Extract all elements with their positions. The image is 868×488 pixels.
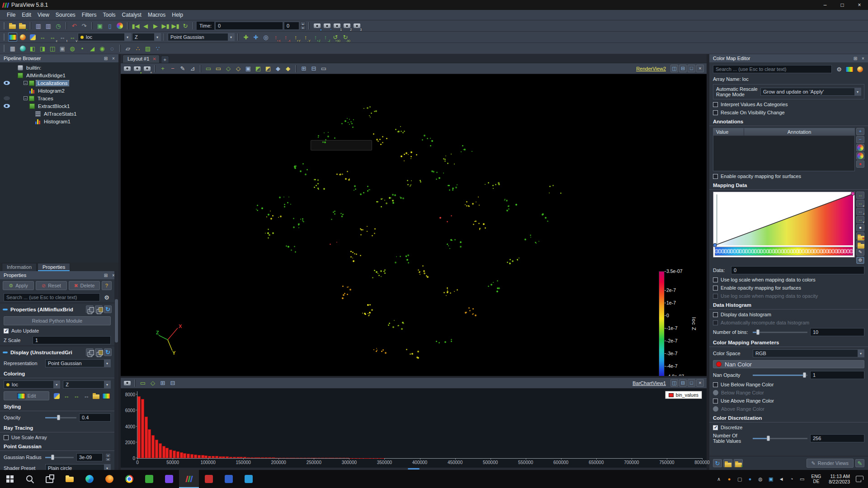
- point-source-icon[interactable]: •: [78, 44, 87, 53]
- rescale-visibility-checkbox[interactable]: [713, 110, 718, 115]
- tray-app-4-icon[interactable]: ◍: [757, 476, 764, 482]
- undock-icon[interactable]: ⊞: [852, 55, 859, 61]
- red-app-icon[interactable]: [199, 470, 219, 488]
- menu-tools[interactable]: Tools: [100, 10, 119, 19]
- minimize-button[interactable]: –: [816, 0, 834, 10]
- delete-button[interactable]: ✖Delete: [69, 281, 100, 290]
- chrome-icon[interactable]: [119, 470, 139, 488]
- interactive-select-points-icon[interactable]: ◩: [264, 64, 273, 73]
- notification-center-icon[interactable]: [856, 476, 863, 482]
- redo-icon[interactable]: ↷: [80, 21, 89, 30]
- zoom-to-box-icon[interactable]: ◎: [261, 33, 270, 42]
- tray-app-2-icon[interactable]: ▢: [736, 476, 743, 482]
- help-button[interactable]: ?: [102, 281, 112, 290]
- close-view-button[interactable]: ×: [696, 379, 704, 387]
- render-once-icon[interactable]: ✎: [855, 459, 864, 467]
- split-vertical-button[interactable]: ⊟: [679, 379, 687, 387]
- settings-gear-icon[interactable]: ⚙: [103, 293, 111, 301]
- shader-preset-dropdown[interactable]: Plain circle▾: [45, 464, 111, 470]
- remove-all-annotations-icon[interactable]: ●: [856, 160, 864, 168]
- expander-icon[interactable]: –: [24, 81, 28, 85]
- opacity-input[interactable]: [79, 413, 111, 422]
- chart-shrink-selection-icon[interactable]: ⊟: [168, 379, 177, 388]
- undock-icon[interactable]: ⊞: [103, 55, 109, 61]
- coloring-component-combo[interactable]: Z▾: [63, 380, 111, 389]
- paraview-icon[interactable]: [179, 470, 199, 488]
- tray-app-3-icon[interactable]: ●: [747, 476, 754, 482]
- render-views-button[interactable]: ✎Render Views: [807, 459, 854, 468]
- remove-annotation-icon[interactable]: −: [856, 136, 864, 143]
- visibility-eye-icon[interactable]: [4, 81, 10, 85]
- view-plus-y-icon[interactable]: ↑+Y: [291, 33, 300, 42]
- edit-values-icon[interactable]: ✎: [856, 249, 864, 256]
- reset-button[interactable]: ⊘Reset: [36, 281, 67, 290]
- select-surface-cells-icon[interactable]: ▭: [204, 64, 213, 73]
- contour-icon[interactable]: [18, 44, 27, 53]
- view-plus-x-icon[interactable]: ↑+X: [271, 33, 280, 42]
- collapse-icon[interactable]: [3, 352, 8, 353]
- zoom-in-icon[interactable]: +: [158, 64, 167, 73]
- load-state-icon[interactable]: ▥: [34, 21, 43, 30]
- pipeline-item-aitracestats1[interactable]: AITraceStats1: [0, 110, 118, 117]
- discretize-checkbox[interactable]: [713, 425, 718, 430]
- table-values-slider[interactable]: [753, 435, 807, 441]
- edge-icon[interactable]: [80, 470, 99, 488]
- shrink-selection-icon[interactable]: ⊟: [309, 64, 318, 73]
- beaker-icon[interactable]: ▯: [105, 21, 114, 30]
- frame-input[interactable]: [284, 22, 299, 30]
- threshold-icon[interactable]: ◫: [48, 44, 57, 53]
- tab-properties[interactable]: Properties: [38, 263, 70, 271]
- choose-preset-icon[interactable]: ♥: [856, 232, 864, 239]
- save-state-icon[interactable]: ▥: [44, 21, 53, 30]
- reset-camera-icon[interactable]: ✚: [241, 33, 250, 42]
- interactive-select-cells-icon[interactable]: ◩: [254, 64, 263, 73]
- green-app-icon[interactable]: [139, 470, 159, 488]
- view-minus-z-icon[interactable]: ↑-Z: [321, 33, 330, 42]
- purple-app-icon[interactable]: [159, 470, 179, 488]
- color-space-dropdown[interactable]: RGB▾: [753, 349, 864, 357]
- rescale-visible-icon[interactable]: ↔v: [68, 33, 77, 42]
- file-explorer-icon[interactable]: [60, 470, 80, 488]
- close-view-button[interactable]: ×: [696, 65, 704, 72]
- rescale-data-range-icon[interactable]: ↔: [856, 192, 864, 199]
- reset-defaults-icon[interactable]: ↻: [104, 305, 112, 313]
- toggle-color-legend-icon[interactable]: [8, 33, 17, 42]
- camera-link-icon[interactable]: +: [322, 21, 331, 30]
- gaussian-radius-slider[interactable]: [45, 454, 74, 460]
- firefox-icon[interactable]: [99, 470, 119, 488]
- menu-catalyst[interactable]: Catalyst: [119, 10, 145, 19]
- log-scale-colors-checkbox[interactable]: [713, 277, 718, 282]
- colormap-search-input[interactable]: [713, 65, 832, 73]
- bins-input[interactable]: [810, 328, 864, 336]
- loop-icon[interactable]: ↻: [181, 21, 190, 30]
- slice-icon[interactable]: ◨: [38, 44, 47, 53]
- view-minus-x-icon[interactable]: ↑-X: [281, 33, 290, 42]
- probe-location-icon[interactable]: ∵: [153, 44, 162, 53]
- component-combo[interactable]: Z▾: [132, 33, 161, 41]
- pipeline-item-extractblock1[interactable]: ExtractBlock1: [0, 102, 118, 110]
- collapse-icon[interactable]: [3, 309, 8, 310]
- edit-color-map-icon[interactable]: [18, 33, 27, 42]
- volume-icon[interactable]: ◄: [778, 476, 785, 482]
- bar-chart-view[interactable]: 0500001000001500002000002500003000003500…: [121, 389, 707, 468]
- edit-preset-button[interactable]: [855, 65, 864, 74]
- select-frustum-points-icon[interactable]: ◇: [234, 64, 243, 73]
- interpret-categories-checkbox[interactable]: [713, 102, 718, 107]
- capture-animation-icon[interactable]: ▸: [132, 64, 142, 73]
- tray-app-5-icon[interactable]: ▣: [768, 476, 774, 482]
- undo-stack-icon[interactable]: ◷: [54, 21, 63, 30]
- options-gear-icon[interactable]: ⚙: [835, 65, 844, 74]
- camera-3-icon[interactable]: 3: [352, 21, 361, 30]
- camera-zoom-icon[interactable]: ●: [312, 21, 321, 30]
- annotations-table[interactable]: Value Annotation: [713, 128, 855, 171]
- rotate-ccw-icon[interactable]: ↺+90: [331, 33, 340, 42]
- code-app-icon[interactable]: [239, 470, 259, 488]
- camera-2-icon[interactable]: 2: [342, 21, 351, 30]
- expander-icon[interactable]: –: [24, 96, 28, 100]
- scalar-bar-icon[interactable]: [52, 391, 61, 400]
- use-above-range-checkbox[interactable]: [713, 399, 718, 404]
- tray-expand-icon[interactable]: ∧: [716, 476, 722, 482]
- previous-frame-icon[interactable]: ◀: [141, 21, 150, 30]
- first-frame-icon[interactable]: ▮◀: [131, 21, 140, 30]
- chart-view-title[interactable]: BarChartView1: [632, 380, 670, 386]
